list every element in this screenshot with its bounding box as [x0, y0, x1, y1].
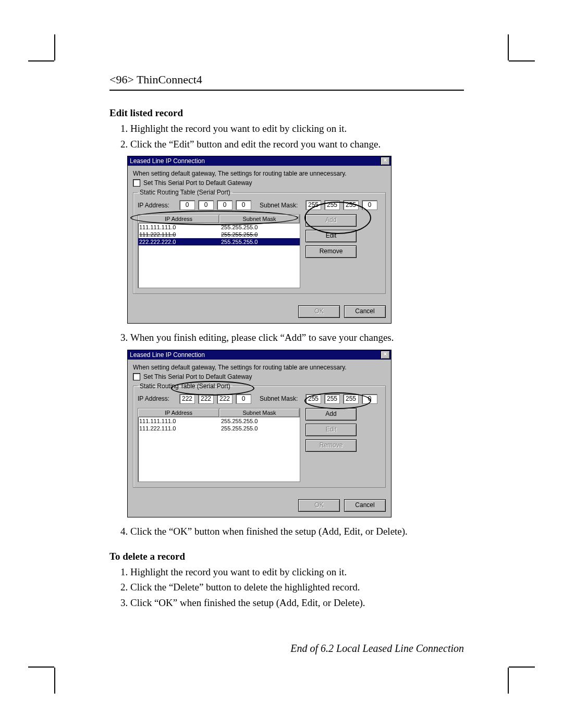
crop-mark [509, 60, 535, 61]
dialog-note: When setting default gateway, The settin… [133, 170, 386, 177]
dialog-title: Leased Line IP Connection [130, 351, 381, 359]
edit-step-1: Highlight the record you want to edit by… [130, 122, 464, 135]
edit-steps-cont2: Click the “OK” button when finished the … [109, 525, 464, 538]
mask-label: Subnet Mask: [260, 395, 302, 402]
table-row[interactable]: 222.222.222.0 255.255.255.0 [138, 238, 300, 245]
list-header: IP Address Subnet Mask [138, 215, 300, 224]
mask-octet-4[interactable]: 0 [362, 394, 377, 404]
crop-mark [509, 667, 535, 668]
ip-octet-3[interactable]: 0 [217, 200, 232, 210]
col-ip: IP Address [138, 409, 219, 417]
mask-octet-4[interactable]: 0 [362, 200, 377, 210]
content-area: <96> ThinConnect4 Edit listed record Hig… [109, 73, 464, 655]
ip-input-row: IP Address: 222 222 222 0 Subnet Mask: 2… [138, 394, 381, 404]
add-button[interactable]: Add [305, 214, 357, 227]
cancel-button[interactable]: Cancel [344, 305, 386, 318]
fieldset-legend: Static Routing Table (Serial Port) [138, 189, 232, 196]
crop-mark [508, 34, 509, 60]
edit-step-2: Click the “Edit” button and edit the rec… [130, 138, 464, 151]
dialog-title: Leased Line IP Connection [130, 157, 381, 165]
ip-octet-1[interactable]: 222 [179, 394, 195, 404]
cell-ip: 111.111.111.0 [138, 224, 220, 231]
fieldset-legend: Static Routing Table (Serial Port) [138, 382, 232, 390]
routing-table-list[interactable]: IP Address Subnet Mask 111.111.111.0 255… [138, 214, 300, 288]
screenshot-1: Leased Line IP Connection × When setting… [127, 156, 464, 324]
dialog-leased-line-1: Leased Line IP Connection × When setting… [127, 156, 391, 324]
ip-label: IP Address: [138, 202, 176, 209]
dialog-footer: OK Cancel [128, 496, 391, 517]
cell-mask: 255.255.255.0 [220, 425, 300, 432]
page-header: <96> ThinConnect4 [109, 73, 464, 91]
crop-mark [508, 668, 509, 694]
close-icon[interactable]: × [381, 157, 390, 165]
delete-steps: Highlight the record you want to edit by… [109, 565, 464, 610]
delete-step-3: Click “OK” when finished the setup (Add,… [130, 596, 464, 610]
mask-octet-2[interactable]: 255 [324, 394, 340, 404]
dialog-titlebar[interactable]: Leased Line IP Connection × [128, 156, 391, 166]
ip-octet-4[interactable]: 0 [236, 394, 251, 404]
cell-ip: 111.222.111.0 [138, 425, 220, 432]
dialog-leased-line-2: Leased Line IP Connection × When setting… [127, 350, 391, 517]
cell-ip: 111.111.111.0 [138, 417, 220, 425]
mask-octet-1[interactable]: 255 [305, 200, 321, 210]
ip-octet-2[interactable]: 222 [198, 394, 214, 404]
ip-octet-1[interactable]: 0 [179, 200, 195, 210]
remove-button[interactable]: Remove [305, 439, 357, 452]
routing-table-fieldset: Static Routing Table (Serial Port) IP Ad… [133, 189, 386, 294]
checkbox-label: Set This Serial Port to Default Gateway [143, 373, 252, 380]
delete-step-2: Click the “Delete” button to delete the … [130, 581, 464, 594]
mask-octet-3[interactable]: 255 [343, 394, 359, 404]
edit-steps: Highlight the record you want to edit by… [109, 122, 464, 151]
mask-octet-3[interactable]: 255 [343, 200, 359, 210]
crop-mark [28, 667, 54, 668]
edit-button[interactable]: Edit [305, 424, 357, 436]
table-row[interactable]: 111.222.111.0 255.255.255.0 [138, 231, 300, 238]
cell-mask: 255.255.255.0 [220, 231, 300, 238]
close-icon[interactable]: × [381, 351, 390, 359]
section-delete-title: To delete a record [109, 551, 464, 562]
cell-mask: 255.255.255.0 [220, 224, 300, 231]
edit-button[interactable]: Edit [305, 230, 357, 242]
routing-table-fieldset: Static Routing Table (Serial Port) IP Ad… [133, 382, 386, 488]
checkbox-label: Set This Serial Port to Default Gateway [143, 179, 252, 187]
ip-octet-2[interactable]: 0 [198, 200, 214, 210]
ip-input-row: IP Address: 0 0 0 0 Subnet Mask: 255 255… [138, 200, 381, 210]
list-wrap: IP Address Subnet Mask 111.111.111.0 255… [138, 408, 381, 482]
default-gateway-checkbox-row[interactable]: Set This Serial Port to Default Gateway [133, 179, 386, 187]
mask-octet-1[interactable]: 255 [305, 394, 321, 404]
remove-button[interactable]: Remove [305, 245, 357, 258]
crop-mark [28, 60, 54, 61]
add-button[interactable]: Add [305, 408, 357, 421]
ok-button[interactable]: OK [298, 499, 340, 512]
ok-button[interactable]: OK [298, 305, 340, 318]
dialog-footer: OK Cancel [128, 302, 391, 323]
list-buttons: Add Edit Remove [305, 214, 357, 258]
list-header: IP Address Subnet Mask [138, 409, 300, 417]
default-gateway-checkbox-row[interactable]: Set This Serial Port to Default Gateway [133, 373, 386, 380]
ip-octet-4[interactable]: 0 [236, 200, 251, 210]
table-row[interactable]: 111.111.111.0 255.255.255.0 [138, 417, 300, 425]
ip-octet-3[interactable]: 222 [217, 394, 232, 404]
mask-label: Subnet Mask: [260, 202, 302, 209]
dialog-body: When setting default gateway, The settin… [128, 166, 391, 302]
edit-step-3: When you finish editing, please click “A… [130, 331, 464, 344]
mask-octet-2[interactable]: 255 [324, 200, 340, 210]
dialog-body: When setting default gateway, The settin… [128, 360, 391, 496]
page: <96> ThinConnect4 Edit listed record Hig… [0, 0, 563, 728]
cell-ip: 111.222.111.0 [138, 231, 220, 238]
col-mask: Subnet Mask [219, 409, 300, 417]
end-note: End of 6.2 Local Leased Line Connection [109, 643, 464, 655]
cell-mask: 255.255.255.0 [220, 238, 300, 245]
ip-label: IP Address: [138, 395, 176, 402]
cell-ip: 222.222.222.0 [138, 238, 220, 245]
crop-mark [54, 34, 55, 60]
table-row[interactable]: 111.222.111.0 255.255.255.0 [138, 425, 300, 432]
dialog-titlebar[interactable]: Leased Line IP Connection × [128, 350, 391, 360]
routing-table-list[interactable]: IP Address Subnet Mask 111.111.111.0 255… [138, 408, 300, 482]
table-row[interactable]: 111.111.111.0 255.255.255.0 [138, 224, 300, 231]
checkbox-icon[interactable] [133, 179, 140, 187]
cancel-button[interactable]: Cancel [344, 499, 386, 512]
cell-mask: 255.255.255.0 [220, 417, 300, 425]
edit-step-4: Click the “OK” button when finished the … [130, 525, 464, 538]
checkbox-icon[interactable] [133, 373, 140, 380]
